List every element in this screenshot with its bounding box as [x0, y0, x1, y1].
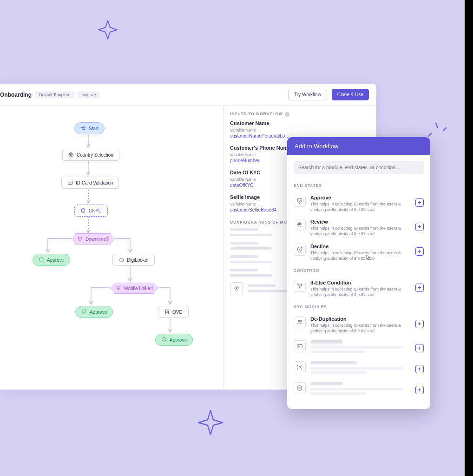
svg-point-17: [118, 289, 119, 290]
id-card-icon: [294, 340, 306, 352]
start-icon: [80, 126, 86, 131]
module-title: De-Duplication: [310, 316, 411, 322]
map-pin-icon: [230, 282, 243, 295]
module-decline[interactable]: Decline This helps in collecting ID card…: [294, 240, 424, 264]
shield-check-icon: [81, 309, 87, 315]
add-module-button[interactable]: +: [415, 284, 424, 292]
workflow-canvas[interactable]: Start Country Selection ID Card Validati…: [0, 106, 223, 390]
branch-icon: [77, 236, 83, 242]
database-icon: [80, 208, 86, 213]
module-title: If-Else Condition: [310, 280, 411, 285]
module-approve[interactable]: Approve This helps in collecting ID card…: [294, 192, 424, 216]
search-input[interactable]: [294, 161, 424, 174]
category-kyc-modules: KYC MODULES: [294, 304, 424, 309]
node-label: OVD: [172, 310, 183, 315]
category-end-states: END STATES: [294, 183, 424, 188]
sparkle-icon: [197, 409, 224, 436]
svg-point-28: [299, 367, 301, 369]
node-label: CKYC: [89, 208, 102, 213]
node-start[interactable]: Start: [74, 122, 105, 134]
globe-icon: [68, 152, 74, 158]
node-ovd[interactable]: OVD: [158, 306, 189, 318]
svg-point-16: [119, 286, 120, 287]
database-icon: [294, 382, 306, 394]
document-icon: [164, 309, 170, 315]
node-label: Country Selection: [77, 152, 113, 158]
info-icon: [285, 112, 289, 117]
add-module-button[interactable]: +: [415, 247, 424, 256]
input-field-customer-name[interactable]: Customer Name Variable Name customerName…: [230, 120, 376, 139]
node-ckyc[interactable]: CKYC: [74, 205, 108, 217]
svg-point-24: [298, 320, 300, 322]
module-description: This helps in collecting ID cards from t…: [310, 323, 411, 334]
shield-x-icon: [294, 244, 306, 256]
node-label: Approve: [170, 337, 187, 343]
badge-inactive: Inactive: [78, 92, 99, 98]
cloud-lock-icon: [118, 257, 124, 263]
node-label: Mobile Linked: [124, 286, 153, 291]
svg-point-15: [117, 286, 118, 287]
module-if-else[interactable]: If-Else Condition This helps in collecti…: [294, 277, 424, 301]
add-module-button[interactable]: +: [415, 198, 424, 207]
node-mobile-linked-decision[interactable]: Mobile Linked: [110, 283, 159, 294]
module-description: This helps in collecting ID cards from t…: [310, 286, 411, 298]
burst-icon: [427, 119, 449, 137]
node-label: Downtime?: [85, 237, 109, 242]
hand-icon: [294, 219, 306, 231]
node-downtime-decision[interactable]: Downtime?: [71, 233, 115, 245]
shield-check-icon: [161, 337, 167, 343]
node-label: ID Card Validation: [76, 180, 113, 185]
module-description: This helps in collecting ID cards from t…: [310, 250, 411, 261]
svg-point-27: [298, 346, 299, 347]
module-description: This helps in collecting ID cards from t…: [310, 201, 411, 212]
svg-point-21: [297, 284, 298, 284]
add-module-button[interactable]: +: [415, 320, 424, 328]
node-label: Start: [89, 126, 99, 131]
node-label: DigiLocker: [127, 258, 149, 263]
svg-point-8: [69, 182, 70, 183]
users-icon: [294, 316, 306, 328]
node-approve-3[interactable]: Approve: [155, 334, 193, 346]
add-module-button[interactable]: +: [415, 223, 424, 231]
module-title: Review: [310, 219, 411, 225]
svg-point-11: [82, 209, 85, 210]
variable-name-label: Variable Name: [230, 128, 376, 132]
add-to-workflow-panel: Add to Workflow END STATES Approve This …: [287, 137, 430, 409]
svg-point-20: [236, 287, 237, 289]
node-country-selection[interactable]: Country Selection: [62, 149, 119, 161]
module-description: This helps in collecting ID cards from t…: [310, 225, 411, 237]
svg-rect-7: [68, 181, 72, 185]
add-module-button[interactable]: +: [415, 365, 424, 373]
sparkle-icon: [98, 20, 118, 40]
svg-point-23: [299, 287, 300, 288]
node-approve-1[interactable]: Approve: [33, 254, 70, 266]
node-id-card-validation[interactable]: ID Card Validation: [61, 177, 119, 189]
face-scan-icon: [294, 361, 306, 373]
node-label: Approve: [47, 258, 64, 263]
svg-point-12: [78, 237, 79, 238]
shield-check-icon: [39, 257, 44, 263]
try-workflow-button[interactable]: Try Workflow: [288, 89, 327, 100]
add-module-button[interactable]: +: [415, 386, 424, 394]
editor-header: Onboarding Default Template Inactive Try…: [0, 84, 376, 106]
node-approve-2[interactable]: Approve: [75, 306, 113, 318]
category-condition: CONDITION: [294, 268, 424, 273]
svg-point-13: [81, 237, 82, 238]
module-review[interactable]: Review This helps in collecting ID cards…: [294, 216, 424, 240]
clone-and-use-button[interactable]: Clone & Use: [332, 89, 369, 100]
module-title: Decline: [310, 244, 411, 249]
svg-rect-26: [297, 345, 302, 348]
module-skeleton: +: [294, 379, 424, 400]
module-skeleton: +: [294, 337, 424, 358]
module-skeleton: +: [294, 358, 424, 379]
shield-check-icon: [294, 195, 306, 207]
node-digilocker[interactable]: DigiLocker: [112, 254, 155, 266]
node-label: Approve: [90, 310, 107, 315]
module-title: Approve: [310, 195, 411, 200]
badge-default-template: Default Template: [35, 92, 74, 98]
module-de-duplication[interactable]: De-Duplication This helps in collecting …: [294, 313, 424, 337]
svg-point-29: [298, 386, 302, 388]
branch-icon: [116, 285, 121, 291]
add-module-button[interactable]: +: [415, 344, 424, 352]
input-label: Customer Name: [230, 120, 376, 126]
